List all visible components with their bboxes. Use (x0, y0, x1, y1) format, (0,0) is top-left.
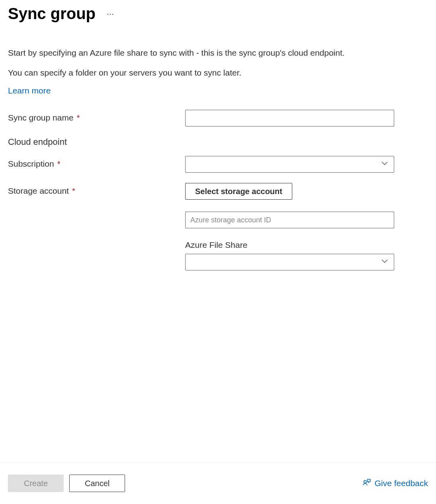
learn-more-link[interactable]: Learn more (8, 86, 51, 95)
create-button[interactable]: Create (8, 475, 64, 492)
subscription-dropdown[interactable] (185, 156, 394, 173)
svg-point-0 (364, 480, 366, 483)
give-feedback-link[interactable]: Give feedback (362, 478, 428, 489)
chevron-down-icon (381, 160, 388, 169)
storage-account-label: Storage account * (8, 183, 185, 196)
required-indicator: * (70, 186, 75, 195)
sync-group-name-input[interactable] (185, 110, 394, 126)
page-title: Sync group (8, 5, 96, 23)
storage-account-id-input[interactable] (185, 212, 394, 228)
description-line-1: Start by specifying an Azure file share … (8, 47, 428, 59)
sync-group-name-label: Sync group name * (8, 110, 185, 123)
select-storage-account-button[interactable]: Select storage account (185, 183, 292, 200)
azure-file-share-dropdown[interactable] (185, 254, 394, 270)
cancel-button[interactable]: Cancel (69, 475, 125, 492)
required-indicator: * (74, 113, 80, 122)
required-indicator: * (55, 159, 61, 168)
feedback-label: Give feedback (375, 479, 428, 488)
subscription-label: Subscription * (8, 156, 185, 169)
description-line-2: You can specify a folder on your servers… (8, 66, 428, 79)
more-options-icon[interactable]: ⋯ (105, 9, 116, 19)
feedback-icon (362, 478, 371, 489)
azure-file-share-label: Azure File Share (185, 240, 394, 250)
chevron-down-icon (381, 258, 388, 267)
cloud-endpoint-heading: Cloud endpoint (8, 137, 428, 147)
